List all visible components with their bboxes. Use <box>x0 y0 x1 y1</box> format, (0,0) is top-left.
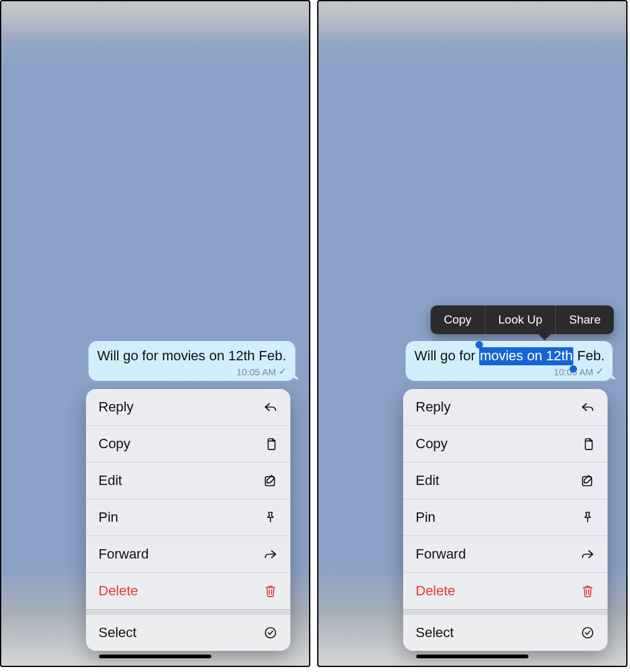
menu-item-delete[interactable]: Delete <box>86 572 290 609</box>
message-text[interactable]: Will go for movies on 12th Feb. <box>414 347 604 365</box>
menu-item-reply[interactable]: Reply <box>403 389 608 425</box>
home-indicator[interactable] <box>99 655 211 658</box>
svg-point-2 <box>265 628 276 638</box>
svg-rect-0 <box>268 441 275 449</box>
svg-rect-3 <box>585 441 592 449</box>
menu-label: Forward <box>416 546 466 562</box>
menu-label: Pin <box>416 509 436 526</box>
svg-point-5 <box>583 628 593 638</box>
menu-label: Edit <box>416 473 439 489</box>
menu-label: Copy <box>98 436 130 452</box>
selection-lookup-button[interactable]: Look Up <box>485 305 556 334</box>
menu-label: Copy <box>416 436 447 452</box>
menu-label: Reply <box>98 399 133 415</box>
menu-separator <box>403 609 608 614</box>
menu-label: Select <box>98 625 136 641</box>
check-circle-icon <box>580 625 595 640</box>
trash-icon <box>580 583 595 598</box>
menu-item-delete[interactable]: Delete <box>403 572 608 609</box>
message-text[interactable]: Will go for movies on 12th Feb. <box>97 347 287 365</box>
menu-item-edit[interactable]: Edit <box>403 462 608 499</box>
selection-handle-end[interactable] <box>570 365 577 373</box>
message-text-after: Feb. <box>573 348 604 363</box>
selection-copy-button[interactable]: Copy <box>431 305 484 334</box>
menu-item-reply[interactable]: Reply <box>86 389 290 425</box>
message-text-selected[interactable]: movies on 12th <box>479 347 573 365</box>
edit-icon <box>263 473 278 488</box>
menu-item-select[interactable]: Select <box>403 614 608 651</box>
message-bubble-container: Will go for movies on 12th Feb. 10:05 AM… <box>406 341 613 381</box>
message-time: 10:05 AM <box>237 367 276 377</box>
forward-icon <box>263 547 278 562</box>
menu-item-copy[interactable]: Copy <box>403 425 608 462</box>
menu-label: Reply <box>416 399 451 415</box>
message-bubble-container: Will go for movies on 12th Feb. 10:05 AM… <box>88 341 295 381</box>
menu-item-pin[interactable]: Pin <box>403 499 608 535</box>
trash-icon <box>263 583 278 598</box>
forward-icon <box>580 547 595 562</box>
context-menu: Reply Copy Edit Pin Forward <box>403 389 608 651</box>
statusbar-blur <box>1 1 309 39</box>
delivered-check-icon: ✓ <box>596 367 604 377</box>
home-indicator[interactable] <box>416 655 528 658</box>
menu-label: Delete <box>416 583 456 599</box>
message-bubble[interactable]: Will go for movies on 12th Feb. 10:05 AM… <box>88 341 295 381</box>
menu-item-forward[interactable]: Forward <box>403 535 608 572</box>
menu-item-edit[interactable]: Edit <box>86 462 290 499</box>
menu-label: Edit <box>98 473 122 489</box>
screenshot-left: Will go for movies on 12th Feb. 10:05 AM… <box>0 0 310 667</box>
selection-handle-start[interactable] <box>475 341 483 348</box>
menu-separator <box>86 609 290 614</box>
message-text-before: Will go for <box>414 348 479 363</box>
menu-label: Delete <box>98 583 138 599</box>
copy-docs-icon <box>263 436 278 451</box>
edit-icon <box>580 473 595 488</box>
message-bubble[interactable]: Will go for movies on 12th Feb. 10:05 AM… <box>406 341 613 381</box>
menu-item-pin[interactable]: Pin <box>86 499 290 535</box>
delivered-check-icon: ✓ <box>279 367 287 377</box>
message-meta: 10:05 AM ✓ <box>97 367 287 377</box>
context-menu: Reply Copy Edit Pin Forward <box>86 389 290 651</box>
popup-arrow-icon <box>538 334 551 340</box>
check-circle-icon <box>263 625 278 640</box>
menu-item-forward[interactable]: Forward <box>86 535 290 572</box>
reply-icon <box>263 400 278 415</box>
screenshot-right: Copy Look Up Share Will go for movies on… <box>317 0 628 667</box>
menu-item-select[interactable]: Select <box>86 614 290 651</box>
pin-icon <box>263 510 278 525</box>
copy-docs-icon <box>580 436 595 451</box>
statusbar-blur <box>318 1 626 39</box>
reply-icon <box>580 400 595 415</box>
menu-label: Pin <box>98 509 118 526</box>
text-selection-popup: Copy Look Up Share <box>431 305 614 334</box>
menu-item-copy[interactable]: Copy <box>86 425 290 462</box>
pin-icon <box>580 510 595 525</box>
selection-share-button[interactable]: Share <box>555 305 614 334</box>
menu-label: Select <box>416 625 454 641</box>
menu-label: Forward <box>98 546 149 562</box>
